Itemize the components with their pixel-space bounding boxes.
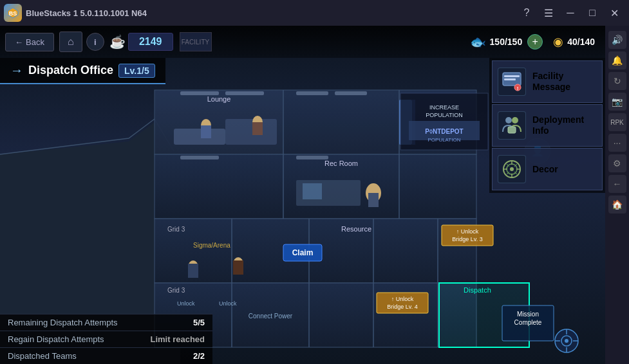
coin-icon: ◉ xyxy=(553,35,563,49)
titlebar: BS BlueStacks 1 5.0.110.1001 N64 ? ☰ ─ □… xyxy=(0,0,629,26)
svg-text:Bridge Lv. 4: Bridge Lv. 4 xyxy=(387,304,417,310)
svg-text:Mission: Mission xyxy=(517,311,539,318)
hud-top-bar: ← Back ⌂ i ☕ 2149 FACILITY 🐟 150/150 + ◉… xyxy=(0,26,605,58)
deployment-info-button[interactable]: DeploymentInfo xyxy=(492,104,603,147)
sidebar-home-button[interactable]: 🏠 xyxy=(608,196,626,214)
svg-text:Dispatch: Dispatch xyxy=(464,286,491,294)
fish-icon: 🐟 xyxy=(470,34,486,50)
svg-rect-20 xyxy=(284,91,399,154)
home-button[interactable]: ⌂ xyxy=(59,32,82,52)
svg-text:Claim: Claim xyxy=(292,248,314,257)
svg-rect-39 xyxy=(368,193,379,207)
svg-text:↑ Unlock: ↑ Unlock xyxy=(456,228,479,235)
close-button[interactable]: ✕ xyxy=(605,5,624,21)
facility-message-button[interactable]: ! FacilityMessage xyxy=(492,60,603,103)
dispatched-teams-row: Dispatched Teams 2/2 xyxy=(0,347,212,364)
svg-text:Grid 3: Grid 3 xyxy=(167,287,185,294)
sidebar-rpk-button[interactable]: RPK xyxy=(608,113,626,131)
dispatch-office-label: → Dispatch Office Lv.1/5 xyxy=(0,58,165,84)
regain-dispatch-value: Limit reached xyxy=(150,334,205,344)
minimize-button[interactable]: ─ xyxy=(561,5,580,21)
scroll-indicator: FACILITY xyxy=(180,32,212,51)
facility-message-icon: ! xyxy=(498,68,526,96)
deployment-info-icon xyxy=(498,111,526,140)
gold-display: 40/140 xyxy=(567,37,595,47)
sidebar-screenshot-button[interactable]: 📷 xyxy=(608,93,626,111)
svg-rect-35 xyxy=(252,122,263,135)
svg-rect-82 xyxy=(504,75,520,77)
dispatched-teams-value: 2/2 xyxy=(193,351,205,361)
svg-text:Rec Room: Rec Room xyxy=(324,159,358,167)
svg-rect-30 xyxy=(174,129,225,145)
app-title: BlueStacks 1 5.0.110.1001 N64 xyxy=(26,8,517,18)
svg-text:Connect Power: Connect Power xyxy=(249,313,293,320)
remaining-dispatch-row: Remaining Dispatch Attempts 5/5 xyxy=(0,314,212,331)
currency-value: 2149 xyxy=(139,36,162,47)
svg-rect-26 xyxy=(180,156,219,159)
svg-text:↑ Unlock: ↑ Unlock xyxy=(391,296,414,302)
svg-text:Unlock: Unlock xyxy=(177,300,195,307)
add-hp-button[interactable]: + xyxy=(527,34,543,50)
svg-rect-24 xyxy=(296,91,328,95)
sidebar-settings-button[interactable]: ⚙ xyxy=(608,154,626,172)
sidebar-sound-button[interactable]: 🔊 xyxy=(608,31,626,49)
svg-rect-37 xyxy=(303,183,322,199)
back-label: Back xyxy=(26,37,44,47)
dispatch-arrow-icon: → xyxy=(10,63,23,78)
dispatch-level: Lv.1/5 xyxy=(118,64,155,78)
info-button[interactable]: i xyxy=(86,33,104,51)
svg-text:BS: BS xyxy=(9,10,17,17)
svg-text:Grid 3: Grid 3 xyxy=(167,226,185,233)
svg-text:Bridge Lv. 3: Bridge Lv. 3 xyxy=(452,236,482,242)
back-arrow-icon: ← xyxy=(15,37,23,47)
info-icon: i xyxy=(94,37,97,47)
svg-rect-83 xyxy=(504,78,516,80)
window-controls: ? ☰ ─ □ ✕ xyxy=(517,5,624,21)
svg-point-86 xyxy=(505,117,512,123)
decor-icon xyxy=(498,155,526,183)
svg-rect-23 xyxy=(225,91,264,95)
decor-button[interactable]: Decor xyxy=(492,148,603,190)
svg-text:POPULATION: POPULATION xyxy=(428,137,461,143)
sidebar-back-button[interactable]: ← xyxy=(608,175,626,193)
currency-display: 2149 xyxy=(128,33,173,51)
svg-text:Sigma/Arena: Sigma/Arena xyxy=(193,242,230,249)
decor-label: Decor xyxy=(532,164,558,175)
sidebar-notification-button[interactable]: 🔔 xyxy=(608,51,626,69)
facility-panel: ! FacilityMessage DeploymentInfo xyxy=(489,58,605,193)
svg-point-91 xyxy=(510,167,514,171)
svg-text:Complete: Complete xyxy=(514,319,542,326)
menu-button[interactable]: ☰ xyxy=(539,5,558,21)
svg-rect-41 xyxy=(188,264,198,278)
app-logo: BS xyxy=(4,4,22,22)
svg-text:Unlock: Unlock xyxy=(219,300,237,307)
svg-rect-88 xyxy=(508,127,516,133)
facility-message-label: FacilityMessage xyxy=(532,71,570,93)
sidebar-more-button[interactable]: ··· xyxy=(608,134,626,152)
remaining-dispatch-label: Remaining Dispatch Attempts xyxy=(8,318,118,327)
bottom-info-bar: Remaining Dispatch Attempts 5/5 Regain D… xyxy=(0,314,212,364)
svg-text:P◊NTDEPOT: P◊NTDEPOT xyxy=(425,128,463,135)
sidebar-rotate-button[interactable]: ↻ xyxy=(608,72,626,90)
hp-display: 150/150 xyxy=(490,37,523,47)
svg-rect-31 xyxy=(225,119,277,145)
help-button[interactable]: ? xyxy=(517,5,536,21)
game-area: Dispatch Mission Complete INCREASE POPUL… xyxy=(0,26,605,364)
remaining-dispatch-value: 5/5 xyxy=(193,318,205,327)
deployment-info-label: DeploymentInfo xyxy=(532,114,584,136)
back-button[interactable]: ← Back xyxy=(5,33,54,51)
dispatch-office-name: Dispatch Office xyxy=(28,64,113,77)
svg-text:Resource: Resource xyxy=(341,225,371,233)
home-icon: ⌂ xyxy=(68,36,74,48)
svg-text:!: ! xyxy=(517,86,519,91)
svg-rect-33 xyxy=(201,125,211,138)
regain-dispatch-label: Regain Dispatch Attempts xyxy=(8,334,104,344)
coffee-icon: ☕ xyxy=(109,34,126,50)
svg-point-76 xyxy=(565,339,568,343)
svg-rect-25 xyxy=(335,91,367,95)
svg-rect-27 xyxy=(296,156,328,159)
svg-text:INCREASE: INCREASE xyxy=(429,104,459,111)
maximize-button[interactable]: □ xyxy=(583,5,602,21)
svg-rect-43 xyxy=(233,260,243,275)
bluestacks-sidebar: 🔊 🔔 ↻ 📷 RPK ··· ⚙ ← 🏠 xyxy=(605,26,629,364)
